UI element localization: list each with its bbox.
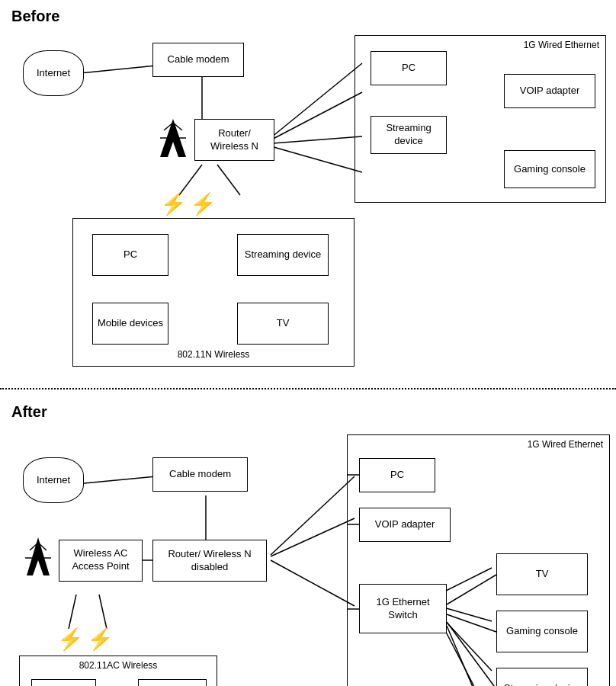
svg-line-6 bbox=[179, 165, 202, 195]
after-lightning-2: ⚡ bbox=[87, 627, 114, 652]
svg-line-23 bbox=[99, 595, 107, 629]
after-wireless-group: 802.11AC Wireless PC Mobile devices bbox=[19, 656, 217, 686]
before-router-group: Router/ Wireless N bbox=[152, 115, 274, 165]
after-lightning-1: ⚡ bbox=[57, 627, 84, 652]
section-divider bbox=[0, 388, 616, 389]
svg-line-31 bbox=[447, 626, 496, 686]
before-streaming-wired: Streaming device bbox=[371, 116, 447, 154]
before-lightning: ⚡ ⚡ bbox=[160, 191, 217, 216]
before-wired-group: 1G Wired Ethernet PC VOIP adapter Stream… bbox=[355, 35, 606, 203]
after-internet: Internet bbox=[23, 457, 84, 503]
after-switch: 1G Ethernet Switch bbox=[359, 584, 447, 633]
svg-line-7 bbox=[217, 165, 240, 195]
svg-line-30 bbox=[447, 622, 496, 686]
before-diagram: Internet Cable modem Router/ Wireless N … bbox=[11, 31, 614, 374]
after-pc-wireless: PC bbox=[31, 679, 96, 686]
after-wireless-ap: Wireless AC Access Point bbox=[59, 540, 143, 582]
before-tower-icon bbox=[152, 115, 194, 165]
after-mobile: Mobile devices bbox=[138, 679, 207, 686]
svg-line-29 bbox=[447, 614, 496, 632]
before-section: Before Internet Cable modem bbox=[0, 0, 616, 382]
svg-line-12 bbox=[76, 476, 156, 484]
before-pc-wireless: PC bbox=[92, 234, 168, 276]
after-wired-label: 1G Wired Ethernet bbox=[528, 439, 603, 450]
before-wireless-group: 802.11N Wireless PC Streaming device Mob… bbox=[72, 218, 355, 367]
svg-line-16 bbox=[271, 518, 355, 556]
after-wired-group: 1G Wired Ethernet PC VOIP adapter 1G Eth… bbox=[347, 434, 610, 686]
after-gaming: Gaming console bbox=[496, 611, 588, 652]
before-wired-label: 1G Wired Ethernet bbox=[524, 40, 599, 50]
after-tv: TV bbox=[496, 553, 588, 595]
svg-line-5 bbox=[263, 144, 362, 172]
before-wireless-label: 802.11N Wireless bbox=[178, 349, 250, 360]
before-cable-modem: Cable modem bbox=[152, 43, 244, 77]
before-streaming-wireless: Streaming device bbox=[237, 234, 329, 276]
svg-line-22 bbox=[69, 595, 76, 629]
after-voip: VOIP adapter bbox=[359, 508, 451, 542]
before-router: Router/ Wireless N bbox=[194, 119, 274, 161]
svg-line-3 bbox=[263, 92, 362, 144]
svg-line-15 bbox=[271, 476, 355, 555]
svg-line-17 bbox=[271, 560, 355, 606]
after-diagram: Internet Cable modem Wireless AC Access … bbox=[11, 427, 614, 686]
after-cable-modem: Cable modem bbox=[152, 457, 248, 492]
after-streaming-1: Streaming device bbox=[496, 668, 588, 686]
after-title: After bbox=[11, 403, 605, 421]
svg-line-4 bbox=[263, 136, 362, 144]
svg-line-28 bbox=[447, 575, 496, 604]
after-ap-group: Wireless AC Access Point bbox=[19, 534, 141, 587]
before-mobile: Mobile devices bbox=[92, 303, 168, 345]
after-router: Router/ Wireless N disabled bbox=[152, 540, 267, 582]
before-pc-wired: PC bbox=[371, 51, 447, 85]
svg-line-0 bbox=[80, 66, 156, 73]
before-voip: VOIP adapter bbox=[504, 74, 595, 108]
before-tv: TV bbox=[237, 303, 329, 345]
before-lightning-1: ⚡ bbox=[160, 191, 187, 216]
before-title: Before bbox=[11, 8, 605, 25]
before-internet: Internet bbox=[23, 50, 84, 96]
after-wireless-label: 802.11AC Wireless bbox=[79, 660, 158, 671]
after-tower-icon bbox=[19, 534, 57, 587]
after-lightning: ⚡ ⚡ bbox=[57, 627, 114, 652]
svg-line-2 bbox=[263, 63, 362, 144]
after-section: After In bbox=[0, 396, 616, 686]
after-pc-wired: PC bbox=[359, 458, 435, 492]
before-gaming: Gaming console bbox=[504, 150, 595, 188]
before-lightning-2: ⚡ bbox=[190, 191, 217, 216]
